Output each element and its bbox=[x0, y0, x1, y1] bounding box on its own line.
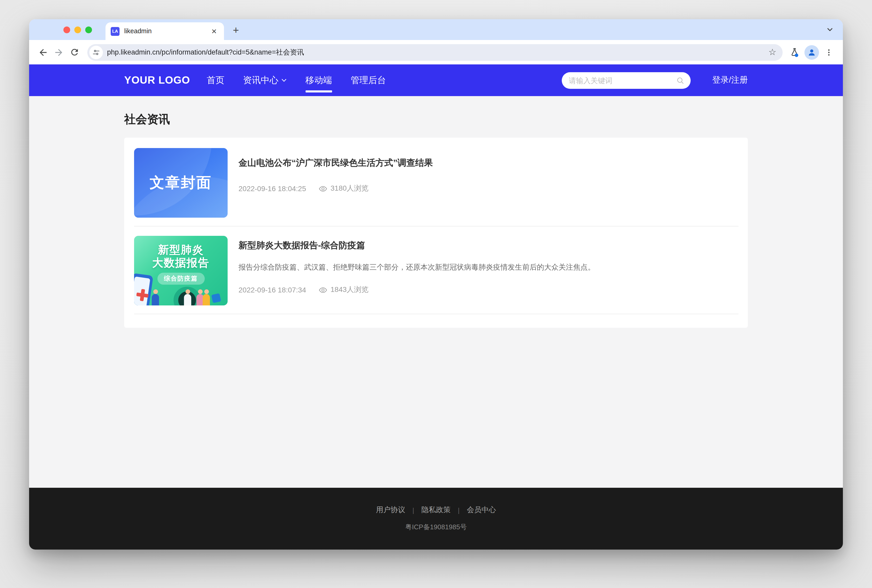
nav-item-mobile[interactable]: 移动端 bbox=[305, 64, 332, 96]
screen: LA likeadmin ✕ + bbox=[0, 0, 872, 588]
article-cover-1[interactable]: 文章封面 bbox=[134, 148, 228, 218]
eye-icon bbox=[318, 285, 327, 294]
reload-icon bbox=[69, 47, 79, 57]
person-icon bbox=[807, 48, 816, 57]
footer-link-member-center[interactable]: 会员中心 bbox=[467, 506, 496, 515]
icp-record-number: 粤ICP备19081985号 bbox=[405, 522, 467, 532]
active-tab-underline bbox=[305, 90, 332, 93]
experiments-button[interactable] bbox=[787, 44, 802, 60]
article-title[interactable]: 新型肺炎大数据报告-综合防疫篇 bbox=[239, 240, 738, 251]
person-illustration bbox=[152, 294, 159, 305]
footer-divider: | bbox=[412, 506, 414, 514]
close-window-button[interactable] bbox=[63, 27, 70, 33]
eye-icon bbox=[318, 184, 327, 193]
browser-menu-button[interactable] bbox=[821, 44, 837, 60]
fingerprint-illustration bbox=[211, 293, 221, 303]
maximize-window-button[interactable] bbox=[85, 27, 92, 33]
article-views: 1843人浏览 bbox=[318, 285, 368, 294]
nav-item-home[interactable]: 首页 bbox=[207, 64, 224, 96]
page-title: 社会资讯 bbox=[124, 112, 748, 127]
kebab-menu-icon bbox=[825, 48, 833, 56]
footer-divider: | bbox=[458, 506, 460, 514]
cover-text: 文章封面 bbox=[150, 173, 212, 193]
person-illustration bbox=[184, 294, 191, 305]
article-meta: 2022-09-16 18:04:25 3180人浏览 bbox=[239, 184, 738, 193]
flask-icon bbox=[789, 47, 800, 57]
article-description: 报告分综合防疫篇、武汉篇、拒绝野味篇三个部分，还原本次新型冠状病毒肺炎疫情发生前… bbox=[239, 263, 738, 272]
tab-strip: LA likeadmin ✕ + bbox=[29, 19, 843, 40]
article-body: 金山电池公布“沪广深市民绿色生活方式”调查结果 2022-09-16 18:04… bbox=[239, 148, 738, 218]
chevron-down-icon bbox=[827, 27, 833, 33]
search-icon[interactable] bbox=[676, 76, 684, 84]
page-viewport: YOUR LOGO 首页 资讯中心 移动端 bbox=[29, 64, 843, 549]
profile-avatar[interactable] bbox=[804, 45, 819, 60]
cover-text-line2: 大数据报告 bbox=[152, 256, 209, 269]
person-illustration bbox=[203, 294, 210, 305]
article-title[interactable]: 金山电池公布“沪广深市民绿色生活方式”调查结果 bbox=[239, 158, 738, 169]
reload-button[interactable] bbox=[66, 44, 82, 60]
forward-arrow-icon bbox=[54, 47, 64, 57]
chevron-down-icon bbox=[281, 77, 287, 83]
search-input[interactable] bbox=[568, 76, 676, 85]
article-row-2[interactable]: 新型肺炎 大数据报告 综合防疫篇 bbox=[134, 226, 738, 314]
footer-link-user-agreement[interactable]: 用户协议 bbox=[376, 506, 405, 515]
site-navbar: YOUR LOGO 首页 资讯中心 移动端 bbox=[29, 64, 843, 96]
footer-link-privacy-policy[interactable]: 隐私政策 bbox=[422, 506, 450, 515]
browser-toolbar: php.likeadmin.cn/pc/information/default?… bbox=[29, 40, 843, 64]
new-tab-button[interactable]: + bbox=[229, 23, 243, 37]
forward-button[interactable] bbox=[51, 44, 66, 60]
article-date: 2022-09-16 18:07:34 bbox=[239, 286, 306, 294]
cover-text-line1: 新型肺炎 bbox=[158, 243, 204, 256]
site-settings-button[interactable] bbox=[89, 45, 103, 59]
tune-icon bbox=[93, 49, 100, 56]
article-body: 新型肺炎大数据报告-综合防疫篇 报告分综合防疫篇、武汉篇、拒绝野味篇三个部分，还… bbox=[239, 236, 738, 305]
site-footer: 用户协议 | 隐私政策 | 会员中心 粤ICP备19081985号 bbox=[29, 488, 843, 549]
bookmark-star-icon[interactable]: ☆ bbox=[768, 47, 777, 58]
article-cover-2[interactable]: 新型肺炎 大数据报告 综合防疫篇 bbox=[134, 236, 228, 305]
footer-links: 用户协议 | 隐私政策 | 会员中心 bbox=[376, 506, 496, 515]
nav-menu: 首页 资讯中心 移动端 管理后台 bbox=[207, 64, 386, 96]
browser-tab[interactable]: LA likeadmin ✕ bbox=[105, 22, 224, 40]
nav-item-news-center[interactable]: 资讯中心 bbox=[243, 64, 287, 96]
article-meta: 2022-09-16 18:07:34 1843人浏览 bbox=[239, 285, 738, 294]
cover-badge: 综合防疫篇 bbox=[157, 273, 204, 285]
url-text[interactable]: php.likeadmin.cn/pc/information/default?… bbox=[107, 48, 765, 57]
tab-search-button[interactable] bbox=[824, 24, 836, 35]
tab-close-icon[interactable]: ✕ bbox=[209, 27, 219, 36]
window-controls bbox=[63, 27, 92, 33]
back-arrow-icon bbox=[38, 47, 48, 57]
url-bar[interactable]: php.likeadmin.cn/pc/information/default?… bbox=[87, 44, 783, 60]
article-row-1[interactable]: 文章封面 金山电池公布“沪广深市民绿色生活方式”调查结果 2022-09-16 … bbox=[134, 148, 738, 226]
article-views: 3180人浏览 bbox=[318, 184, 368, 193]
article-list-card: 文章封面 金山电池公布“沪广深市民绿色生活方式”调查结果 2022-09-16 … bbox=[124, 138, 748, 328]
article-date: 2022-09-16 18:04:25 bbox=[239, 184, 306, 193]
login-register-link[interactable]: 登录/注册 bbox=[712, 75, 748, 86]
tab-title: likeadmin bbox=[124, 27, 209, 35]
browser-window: LA likeadmin ✕ + bbox=[29, 19, 843, 549]
site-favicon: LA bbox=[111, 27, 120, 36]
phone-illustration bbox=[134, 273, 153, 305]
search-box bbox=[561, 72, 690, 88]
site-logo[interactable]: YOUR LOGO bbox=[124, 74, 190, 86]
back-button[interactable] bbox=[35, 44, 51, 60]
main-content: 社会资讯 文章封面 金山电池公布“沪广深市民绿色生活方式”调查结果 bbox=[29, 96, 843, 488]
minimize-window-button[interactable] bbox=[74, 27, 81, 33]
nav-item-admin[interactable]: 管理后台 bbox=[351, 64, 386, 96]
